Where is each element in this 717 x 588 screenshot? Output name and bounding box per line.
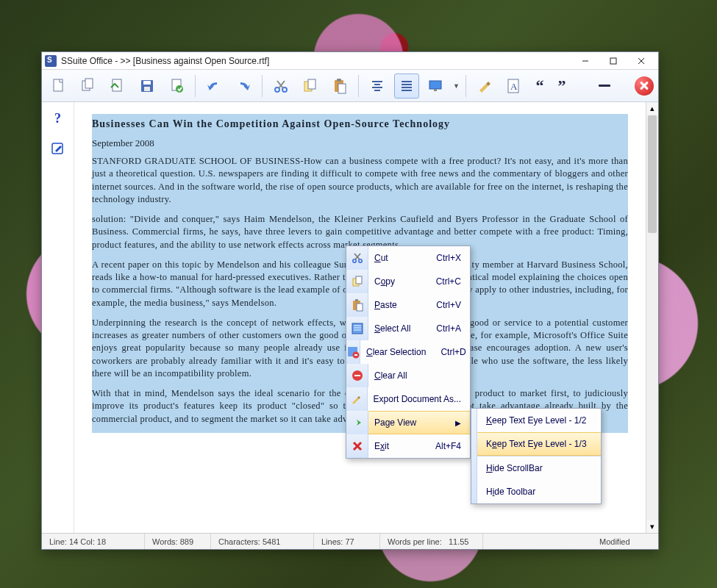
paste-button[interactable] bbox=[327, 74, 352, 98]
paste-icon bbox=[346, 293, 368, 317]
edit-note-icon[interactable] bbox=[51, 142, 65, 157]
svg-rect-6 bbox=[85, 79, 93, 88]
svg-rect-31 bbox=[434, 89, 437, 91]
scroll-up-icon[interactable]: ▴ bbox=[646, 102, 658, 115]
close-quote-button[interactable]: ” bbox=[553, 76, 571, 96]
sub-hide-scrollbar[interactable]: Hide ScrollBar bbox=[471, 456, 601, 480]
clear-all-icon bbox=[346, 364, 368, 387]
svg-text:A: A bbox=[510, 81, 518, 92]
ctx-cut[interactable]: Cut Ctrl+X bbox=[346, 246, 470, 270]
app-window: SSuite Office - >> [Business against Ope… bbox=[41, 51, 659, 550]
select-all-icon bbox=[346, 317, 368, 340]
copy-document-button[interactable] bbox=[76, 74, 101, 98]
sub-keep-half[interactable]: Keep Text Eye Level - 1/2 bbox=[471, 409, 601, 432]
desktop-background: SSuite Office - >> [Business against Ope… bbox=[0, 0, 717, 588]
minimize-button[interactable] bbox=[571, 53, 599, 69]
app-icon bbox=[45, 55, 57, 67]
redo-button[interactable] bbox=[231, 74, 256, 98]
status-pos: Line: 14 Col: 18 bbox=[42, 534, 145, 549]
svg-rect-40 bbox=[356, 276, 362, 284]
svg-rect-30 bbox=[429, 81, 441, 89]
sub-hide-toolbar[interactable]: Hide Toolbar bbox=[471, 480, 601, 503]
dropdown-arrow-icon[interactable]: ▼ bbox=[453, 82, 460, 90]
undo-button[interactable] bbox=[201, 74, 226, 98]
scroll-thumb[interactable] bbox=[648, 115, 657, 233]
clear-selection-icon bbox=[346, 340, 360, 364]
doc-p1: STANFORD GRADUATE SCHOOL OF BUSINESS-How… bbox=[92, 155, 628, 213]
status-bar: Line: 14 Col: 18 Words: 889 Characters: … bbox=[42, 533, 658, 549]
copy-button[interactable] bbox=[298, 74, 323, 98]
ctx-copy[interactable]: Copy Ctrl+C bbox=[346, 270, 470, 293]
svg-rect-43 bbox=[357, 304, 363, 311]
status-words: Words: 889 bbox=[145, 534, 211, 549]
highlight-button[interactable] bbox=[472, 74, 497, 98]
minimize-dash-button[interactable] bbox=[599, 85, 610, 87]
window-title: SSuite Office - >> [Business against Ope… bbox=[61, 56, 571, 66]
screen-button[interactable] bbox=[424, 74, 449, 98]
align-justify-button[interactable] bbox=[394, 74, 419, 98]
open-button[interactable] bbox=[105, 74, 130, 98]
status-chars: Characters: 5481 bbox=[211, 534, 314, 549]
svg-point-12 bbox=[176, 85, 183, 93]
ctx-paste[interactable]: Paste Ctrl+V bbox=[346, 293, 470, 317]
vertical-scrollbar[interactable]: ▴ ▾ bbox=[646, 102, 658, 533]
doc-date: September 2008 bbox=[92, 135, 628, 155]
ctx-select-all[interactable]: Select All Ctrl+A bbox=[346, 317, 470, 340]
svg-rect-44 bbox=[352, 323, 363, 334]
svg-rect-42 bbox=[355, 299, 358, 301]
export-icon bbox=[346, 387, 368, 411]
save-doc-button[interactable] bbox=[164, 74, 189, 98]
svg-rect-18 bbox=[308, 79, 315, 89]
ctx-exit[interactable]: Exit Alt+F4 bbox=[346, 434, 470, 458]
close-button[interactable] bbox=[627, 53, 655, 69]
ctx-clear-all[interactable]: Clear All bbox=[346, 364, 470, 387]
cut-button[interactable] bbox=[268, 74, 293, 98]
ctx-page-view[interactable]: Page View ▶ bbox=[346, 411, 470, 434]
svg-rect-1 bbox=[610, 58, 616, 64]
submenu-arrow-icon: ▶ bbox=[455, 419, 461, 427]
scroll-down-icon[interactable]: ▾ bbox=[646, 520, 658, 533]
status-modified: Modified bbox=[592, 534, 658, 549]
svg-rect-20 bbox=[337, 79, 341, 82]
ctx-export[interactable]: Export Document As... bbox=[346, 387, 470, 411]
status-wpl: Words per line: 11.55 bbox=[380, 534, 483, 549]
page-view-icon bbox=[346, 411, 368, 434]
ctx-clear-selection[interactable]: Clear Selection Ctrl+D bbox=[346, 340, 470, 364]
status-lines: Lines: 77 bbox=[314, 534, 380, 549]
context-menu: Cut Ctrl+X Copy Ctrl+C Paste Ctrl+V Sele… bbox=[346, 245, 471, 459]
sub-keep-third[interactable]: Keep Text Eye Level - 1/3 bbox=[471, 432, 601, 456]
svg-rect-4 bbox=[54, 79, 63, 91]
svg-rect-9 bbox=[143, 81, 151, 85]
help-icon[interactable]: ? bbox=[51, 111, 65, 126]
maximize-button[interactable] bbox=[599, 53, 627, 69]
close-red-button[interactable] bbox=[635, 76, 654, 96]
save-button[interactable] bbox=[135, 74, 160, 98]
scissors-icon bbox=[346, 246, 368, 270]
exit-icon bbox=[346, 434, 368, 458]
font-button[interactable]: A bbox=[502, 74, 527, 98]
svg-rect-21 bbox=[338, 84, 346, 93]
svg-rect-52 bbox=[354, 375, 360, 376]
open-quote-button[interactable]: “ bbox=[531, 76, 549, 96]
page-view-submenu: Keep Text Eye Level - 1/2 Keep Text Eye … bbox=[471, 408, 602, 504]
align-center-button[interactable] bbox=[365, 74, 390, 98]
titlebar[interactable]: SSuite Office - >> [Business against Ope… bbox=[42, 52, 658, 70]
copy-icon bbox=[346, 270, 368, 293]
side-panel: ? bbox=[42, 102, 74, 533]
svg-rect-10 bbox=[144, 87, 150, 91]
doc-heading: Businesses Can Win the Competition Again… bbox=[92, 114, 628, 135]
new-document-button[interactable] bbox=[46, 74, 71, 98]
toolbar: ▼ A “ ” bbox=[42, 70, 658, 102]
